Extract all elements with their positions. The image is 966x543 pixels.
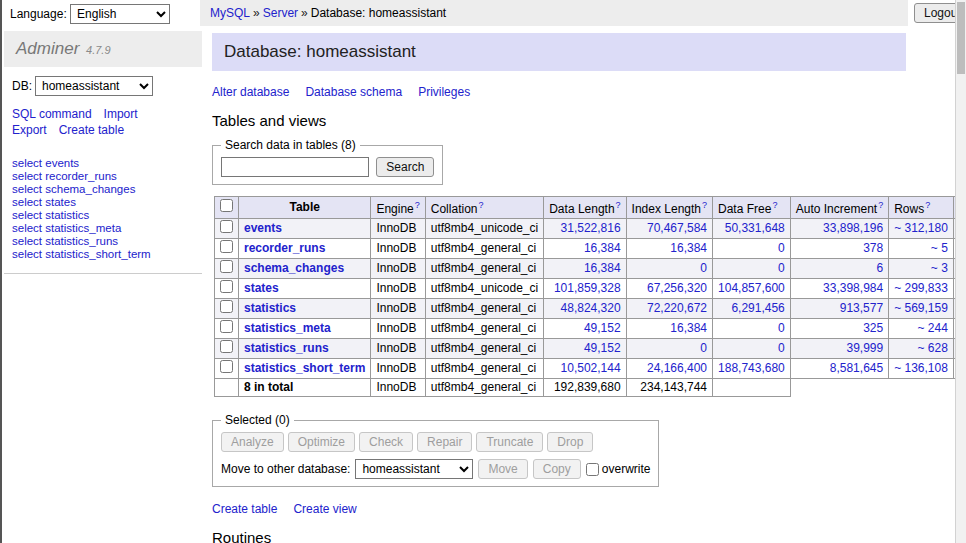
- row-checkbox[interactable]: [220, 220, 233, 233]
- rows-cell-link[interactable]: ~ 628: [918, 341, 948, 355]
- data-free-cell-link[interactable]: 0: [778, 341, 785, 355]
- rows-cell-link[interactable]: ~ 299,833: [894, 281, 948, 295]
- data-free-cell-link[interactable]: 0: [778, 241, 785, 255]
- index-length-cell-link[interactable]: 0: [700, 261, 707, 275]
- table-name-link[interactable]: states: [244, 281, 279, 295]
- table-name-link[interactable]: schema_changes: [244, 261, 344, 275]
- column-hint-link[interactable]: ?: [478, 200, 483, 210]
- data-length-cell-link[interactable]: 31,522,816: [561, 221, 621, 235]
- data-free-cell-link[interactable]: 50,331,648: [725, 221, 785, 235]
- row-checkbox[interactable]: [220, 240, 233, 253]
- column-hint-link[interactable]: ?: [415, 200, 420, 210]
- data-length-cell-link[interactable]: 101,859,328: [554, 281, 621, 295]
- column-hint-link[interactable]: ?: [772, 200, 777, 210]
- auto-increment-cell-link[interactable]: 33,398,984: [823, 281, 883, 295]
- data-free-cell-link[interactable]: 0: [778, 261, 785, 275]
- row-checkbox[interactable]: [220, 280, 233, 293]
- auto-increment-cell-link[interactable]: 913,577: [840, 301, 883, 315]
- truncate-button[interactable]: Truncate: [476, 432, 543, 452]
- rows-cell-link[interactable]: ~ 244: [918, 321, 948, 335]
- sidebar-table-link[interactable]: select statistics_runs: [12, 235, 194, 248]
- sidebar-link-export[interactable]: Export: [12, 122, 47, 138]
- auto-increment-cell-link[interactable]: 378: [863, 241, 883, 255]
- data-length-cell-link[interactable]: 49,152: [584, 321, 621, 335]
- index-length-cell-link[interactable]: 67,256,320: [647, 281, 707, 295]
- rows-cell-link[interactable]: ~ 136,108: [894, 361, 948, 375]
- index-length-cell-link[interactable]: 0: [700, 341, 707, 355]
- data-length-cell-link[interactable]: 49,152: [584, 341, 621, 355]
- create-view-link[interactable]: Create view: [293, 502, 356, 517]
- data-free-cell-link[interactable]: 104,857,600: [718, 281, 785, 295]
- table-name-link[interactable]: statistics_meta: [244, 321, 331, 335]
- table-name-link[interactable]: statistics: [244, 301, 296, 315]
- move-db-select[interactable]: homeassistant: [355, 459, 473, 479]
- index-length-cell-link[interactable]: 24,166,400: [647, 361, 707, 375]
- sidebar-table-link[interactable]: select events: [12, 157, 194, 170]
- overwrite-checkbox[interactable]: [586, 463, 599, 476]
- row-checkbox[interactable]: [220, 340, 233, 353]
- sidebar-table-link[interactable]: select schema_changes: [12, 183, 194, 196]
- sidebar-table-link[interactable]: select statistics_short_term: [12, 248, 194, 261]
- column-hint-link[interactable]: ?: [702, 200, 707, 210]
- check-button[interactable]: Check: [359, 432, 413, 452]
- table-name-link[interactable]: statistics_runs: [244, 341, 329, 355]
- move-button[interactable]: Move: [478, 459, 527, 479]
- row-checkbox[interactable]: [220, 260, 233, 273]
- alter-database-link[interactable]: Alter database: [212, 85, 289, 100]
- db-select[interactable]: homeassistant: [35, 76, 153, 96]
- search-button[interactable]: Search: [376, 157, 434, 177]
- privileges-link[interactable]: Privileges: [418, 85, 470, 100]
- index-length-cell-link[interactable]: 16,384: [670, 241, 707, 255]
- table-name-link[interactable]: events: [244, 221, 282, 235]
- row-checkbox[interactable]: [220, 360, 233, 373]
- column-hint-link[interactable]: ?: [925, 200, 930, 210]
- index-length-cell-link[interactable]: 72,220,672: [647, 301, 707, 315]
- data-free-cell-link[interactable]: 0: [778, 321, 785, 335]
- create-table-link[interactable]: Create table: [212, 502, 277, 517]
- rows-cell-link[interactable]: ~ 312,180: [894, 221, 948, 235]
- index-length-cell-link[interactable]: 16,384: [670, 321, 707, 335]
- sidebar-link-sql-command[interactable]: SQL command: [12, 106, 92, 122]
- language-select[interactable]: English: [70, 4, 170, 24]
- row-checkbox[interactable]: [220, 300, 233, 313]
- data-length-cell-link[interactable]: 16,384: [584, 261, 621, 275]
- auto-increment-cell-link[interactable]: 39,999: [846, 341, 883, 355]
- sidebar-table-link[interactable]: select statistics_meta: [12, 222, 194, 235]
- scrollbar-thumb[interactable]: [957, 2, 965, 74]
- optimize-button[interactable]: Optimize: [288, 432, 355, 452]
- data-free-cell-link[interactable]: 188,743,680: [718, 361, 785, 375]
- sidebar-table-link[interactable]: select recorder_runs: [12, 170, 194, 183]
- sidebar-table-link[interactable]: select statistics: [12, 209, 194, 222]
- auto-increment-cell-link[interactable]: 6: [876, 261, 883, 275]
- select-all-checkbox[interactable]: [220, 199, 233, 212]
- breadcrumb-link-server[interactable]: Server: [263, 6, 298, 20]
- analyze-button[interactable]: Analyze: [221, 432, 284, 452]
- index-length-cell-link[interactable]: 70,467,584: [647, 221, 707, 235]
- drop-button[interactable]: Drop: [547, 432, 593, 452]
- auto-increment-cell-link[interactable]: 8,581,645: [830, 361, 883, 375]
- rows-cell-link[interactable]: ~ 3: [931, 261, 948, 275]
- repair-button[interactable]: Repair: [417, 432, 472, 452]
- data-length-cell-link[interactable]: 48,824,320: [561, 301, 621, 315]
- column-hint-link[interactable]: ?: [878, 200, 883, 210]
- sidebar-table-link[interactable]: select states: [12, 196, 194, 209]
- data-length-cell-link[interactable]: 10,502,144: [561, 361, 621, 375]
- breadcrumb-link-mysql[interactable]: MySQL: [210, 6, 250, 20]
- rows-cell-link[interactable]: ~ 5: [931, 241, 948, 255]
- rows-cell-link[interactable]: ~ 569,159: [894, 301, 948, 315]
- sidebar-action-line: ExportCreate table: [12, 122, 194, 138]
- data-length-cell-link[interactable]: 16,384: [584, 241, 621, 255]
- table-name-link[interactable]: recorder_runs: [244, 241, 325, 255]
- database-schema-link[interactable]: Database schema: [305, 85, 402, 100]
- scrollbar[interactable]: [955, 0, 966, 543]
- data-free-cell-link[interactable]: 6,291,456: [731, 301, 784, 315]
- auto-increment-cell-link[interactable]: 325: [863, 321, 883, 335]
- sidebar-link-import[interactable]: Import: [104, 106, 138, 122]
- table-name-link[interactable]: statistics_short_term: [244, 361, 365, 375]
- search-input[interactable]: [221, 157, 369, 177]
- column-hint-link[interactable]: ?: [616, 200, 621, 210]
- row-checkbox[interactable]: [220, 320, 233, 333]
- sidebar-link-create-table[interactable]: Create table: [59, 122, 124, 138]
- copy-button[interactable]: Copy: [533, 459, 581, 479]
- auto-increment-cell-link[interactable]: 33,898,196: [823, 221, 883, 235]
